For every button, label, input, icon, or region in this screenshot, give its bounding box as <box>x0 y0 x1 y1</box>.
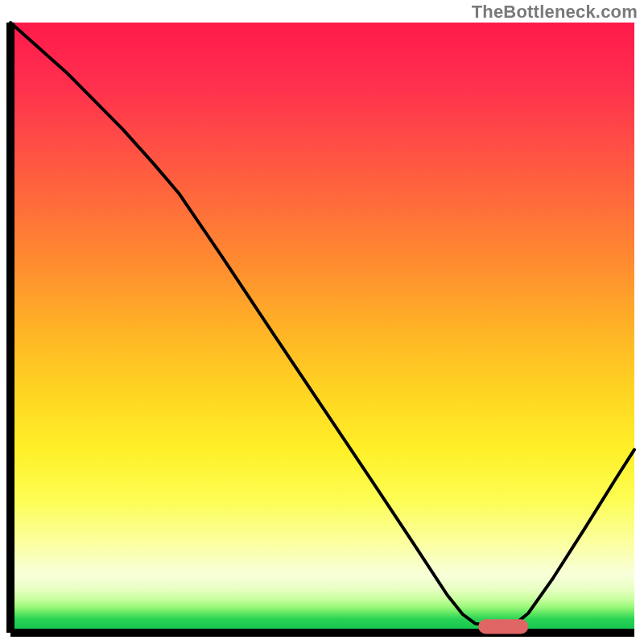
bottleneck-chart: TheBottleneck.com <box>0 0 644 644</box>
watermark-text: TheBottleneck.com <box>472 2 638 23</box>
plot-background <box>10 23 634 633</box>
chart-canvas <box>0 0 644 644</box>
optimal-marker <box>478 619 528 634</box>
